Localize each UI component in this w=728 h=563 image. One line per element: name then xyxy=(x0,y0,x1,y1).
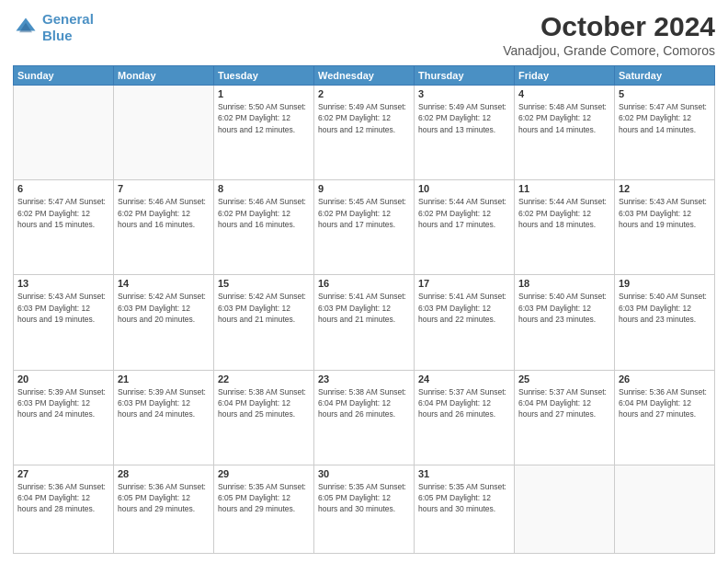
day-number: 25 xyxy=(518,373,610,385)
title-block: October 2024 Vanadjou, Grande Comore, Co… xyxy=(503,11,715,58)
day-number: 2 xyxy=(318,88,410,99)
calendar-day-cell: 20Sunrise: 5:39 AM Sunset: 6:03 PM Dayli… xyxy=(14,370,114,465)
calendar-day-cell: 26Sunrise: 5:36 AM Sunset: 6:04 PM Dayli… xyxy=(615,370,715,465)
day-number: 13 xyxy=(17,278,109,289)
calendar-day-cell: 8Sunrise: 5:46 AM Sunset: 6:02 PM Daylig… xyxy=(214,180,314,275)
col-friday: Friday xyxy=(515,66,615,86)
day-number: 22 xyxy=(218,373,310,385)
day-detail: Sunrise: 5:39 AM Sunset: 6:03 PM Dayligh… xyxy=(118,386,210,420)
calendar-day-cell: 18Sunrise: 5:40 AM Sunset: 6:03 PM Dayli… xyxy=(515,275,615,370)
day-detail: Sunrise: 5:47 AM Sunset: 6:02 PM Dayligh… xyxy=(619,101,711,135)
day-number: 1 xyxy=(218,88,310,99)
day-detail: Sunrise: 5:46 AM Sunset: 6:02 PM Dayligh… xyxy=(218,196,310,230)
calendar-day-cell: 23Sunrise: 5:38 AM Sunset: 6:04 PM Dayli… xyxy=(314,370,415,465)
day-detail: Sunrise: 5:38 AM Sunset: 6:04 PM Dayligh… xyxy=(318,386,410,420)
day-number: 12 xyxy=(619,183,711,194)
day-detail: Sunrise: 5:35 AM Sunset: 6:05 PM Dayligh… xyxy=(218,481,310,515)
day-number: 19 xyxy=(619,278,711,289)
calendar-day-cell: 9Sunrise: 5:45 AM Sunset: 6:02 PM Daylig… xyxy=(314,180,415,275)
calendar-day-cell: 7Sunrise: 5:46 AM Sunset: 6:02 PM Daylig… xyxy=(114,180,214,275)
day-detail: Sunrise: 5:41 AM Sunset: 6:03 PM Dayligh… xyxy=(318,291,410,325)
main-title: October 2024 xyxy=(503,11,715,41)
calendar-day-cell: 25Sunrise: 5:37 AM Sunset: 6:04 PM Dayli… xyxy=(515,370,615,465)
day-detail: Sunrise: 5:42 AM Sunset: 6:03 PM Dayligh… xyxy=(118,291,210,325)
calendar-day-cell: 12Sunrise: 5:43 AM Sunset: 6:03 PM Dayli… xyxy=(615,180,715,275)
logo-icon xyxy=(13,15,39,40)
day-number: 21 xyxy=(118,373,210,385)
day-number: 4 xyxy=(518,88,610,99)
day-detail: Sunrise: 5:45 AM Sunset: 6:02 PM Dayligh… xyxy=(318,196,410,230)
day-detail: Sunrise: 5:50 AM Sunset: 6:02 PM Dayligh… xyxy=(218,101,310,135)
day-number: 5 xyxy=(619,88,711,99)
col-saturday: Saturday xyxy=(615,66,715,86)
logo-line1: General xyxy=(42,11,94,27)
day-detail: Sunrise: 5:48 AM Sunset: 6:02 PM Dayligh… xyxy=(518,101,610,135)
calendar-day-cell: 14Sunrise: 5:42 AM Sunset: 6:03 PM Dayli… xyxy=(114,275,214,370)
day-detail: Sunrise: 5:36 AM Sunset: 6:05 PM Dayligh… xyxy=(118,481,210,515)
day-number: 6 xyxy=(17,183,109,194)
calendar-day-cell xyxy=(515,465,615,553)
day-detail: Sunrise: 5:49 AM Sunset: 6:02 PM Dayligh… xyxy=(418,101,510,135)
calendar-day-cell: 17Sunrise: 5:41 AM Sunset: 6:03 PM Dayli… xyxy=(415,275,515,370)
day-number: 11 xyxy=(518,183,610,194)
day-number: 10 xyxy=(418,183,510,194)
day-detail: Sunrise: 5:35 AM Sunset: 6:05 PM Dayligh… xyxy=(318,481,410,515)
day-number: 17 xyxy=(418,278,510,289)
day-detail: Sunrise: 5:35 AM Sunset: 6:05 PM Dayligh… xyxy=(418,481,510,515)
calendar-day-cell: 27Sunrise: 5:36 AM Sunset: 6:04 PM Dayli… xyxy=(14,465,114,553)
day-number: 31 xyxy=(418,468,510,479)
calendar-day-cell: 22Sunrise: 5:38 AM Sunset: 6:04 PM Dayli… xyxy=(214,370,314,465)
day-detail: Sunrise: 5:40 AM Sunset: 6:03 PM Dayligh… xyxy=(619,291,711,325)
calendar-day-cell: 24Sunrise: 5:37 AM Sunset: 6:04 PM Dayli… xyxy=(415,370,515,465)
day-number: 8 xyxy=(218,183,310,194)
calendar-day-cell: 30Sunrise: 5:35 AM Sunset: 6:05 PM Dayli… xyxy=(314,465,415,553)
day-detail: Sunrise: 5:36 AM Sunset: 6:04 PM Dayligh… xyxy=(17,481,109,515)
day-number: 26 xyxy=(619,373,711,385)
day-detail: Sunrise: 5:47 AM Sunset: 6:02 PM Dayligh… xyxy=(17,196,109,230)
day-detail: Sunrise: 5:46 AM Sunset: 6:02 PM Dayligh… xyxy=(118,196,210,230)
day-number: 7 xyxy=(118,183,210,194)
day-detail: Sunrise: 5:42 AM Sunset: 6:03 PM Dayligh… xyxy=(218,291,310,325)
calendar-week-row: 6Sunrise: 5:47 AM Sunset: 6:02 PM Daylig… xyxy=(14,180,715,275)
col-thursday: Thursday xyxy=(415,66,515,86)
day-detail: Sunrise: 5:37 AM Sunset: 6:04 PM Dayligh… xyxy=(418,386,510,420)
day-number: 29 xyxy=(218,468,310,479)
col-monday: Monday xyxy=(114,66,214,86)
sub-title: Vanadjou, Grande Comore, Comoros xyxy=(503,43,715,58)
day-detail: Sunrise: 5:36 AM Sunset: 6:04 PM Dayligh… xyxy=(619,386,711,420)
day-number: 16 xyxy=(318,278,410,289)
calendar-day-cell: 6Sunrise: 5:47 AM Sunset: 6:02 PM Daylig… xyxy=(14,180,114,275)
day-detail: Sunrise: 5:41 AM Sunset: 6:03 PM Dayligh… xyxy=(418,291,510,325)
calendar-day-cell: 1Sunrise: 5:50 AM Sunset: 6:02 PM Daylig… xyxy=(214,86,314,180)
day-detail: Sunrise: 5:44 AM Sunset: 6:02 PM Dayligh… xyxy=(518,196,610,230)
calendar-day-cell xyxy=(14,86,114,180)
day-number: 3 xyxy=(418,88,510,99)
day-number: 18 xyxy=(518,278,610,289)
calendar-day-cell xyxy=(114,86,214,180)
calendar-week-row: 27Sunrise: 5:36 AM Sunset: 6:04 PM Dayli… xyxy=(14,465,715,553)
logo: General Blue xyxy=(13,11,94,44)
day-detail: Sunrise: 5:40 AM Sunset: 6:03 PM Dayligh… xyxy=(518,291,610,325)
day-detail: Sunrise: 5:44 AM Sunset: 6:02 PM Dayligh… xyxy=(418,196,510,230)
calendar-day-cell: 31Sunrise: 5:35 AM Sunset: 6:05 PM Dayli… xyxy=(415,465,515,553)
day-number: 14 xyxy=(118,278,210,289)
day-number: 23 xyxy=(318,373,410,385)
col-tuesday: Tuesday xyxy=(214,66,314,86)
col-sunday: Sunday xyxy=(14,66,114,86)
calendar-week-row: 20Sunrise: 5:39 AM Sunset: 6:03 PM Dayli… xyxy=(14,370,715,465)
calendar-week-row: 1Sunrise: 5:50 AM Sunset: 6:02 PM Daylig… xyxy=(14,86,715,180)
day-detail: Sunrise: 5:43 AM Sunset: 6:03 PM Dayligh… xyxy=(619,196,711,230)
day-detail: Sunrise: 5:49 AM Sunset: 6:02 PM Dayligh… xyxy=(318,101,410,135)
day-number: 30 xyxy=(318,468,410,479)
calendar-day-cell: 16Sunrise: 5:41 AM Sunset: 6:03 PM Dayli… xyxy=(314,275,415,370)
day-number: 15 xyxy=(218,278,310,289)
col-wednesday: Wednesday xyxy=(314,66,415,86)
day-number: 24 xyxy=(418,373,510,385)
calendar-day-cell: 10Sunrise: 5:44 AM Sunset: 6:02 PM Dayli… xyxy=(415,180,515,275)
calendar-day-cell: 13Sunrise: 5:43 AM Sunset: 6:03 PM Dayli… xyxy=(14,275,114,370)
day-detail: Sunrise: 5:37 AM Sunset: 6:04 PM Dayligh… xyxy=(518,386,610,420)
logo-line2: Blue xyxy=(42,28,73,43)
day-detail: Sunrise: 5:39 AM Sunset: 6:03 PM Dayligh… xyxy=(17,386,109,420)
day-number: 20 xyxy=(17,373,109,385)
calendar-day-cell: 29Sunrise: 5:35 AM Sunset: 6:05 PM Dayli… xyxy=(214,465,314,553)
